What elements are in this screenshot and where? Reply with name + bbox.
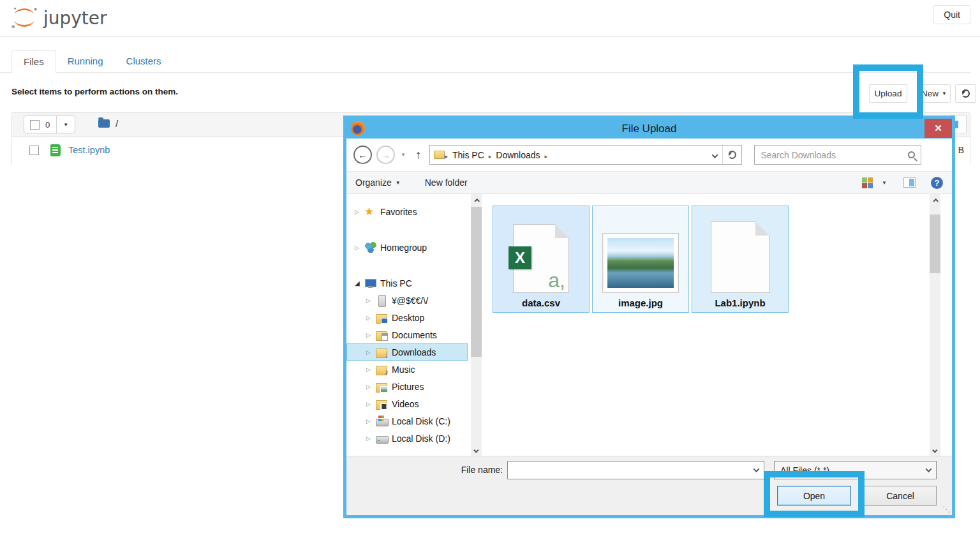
current-path[interactable]: / — [115, 118, 118, 129]
organize-button[interactable]: Organize ▼ — [355, 177, 401, 188]
sidebar-item-label: This PC — [380, 278, 412, 289]
expand-arrow-icon[interactable]: ▷ — [366, 315, 376, 321]
expand-arrow-icon[interactable]: ▷ — [366, 366, 376, 373]
tab-running[interactable]: Running — [56, 50, 115, 73]
expand-arrow-icon[interactable]: ▷ — [366, 332, 376, 338]
scroll-down-icon[interactable] — [930, 445, 940, 456]
sidebar-item-label: ¥@$€€/\/ — [392, 296, 428, 306]
view-mode-icon[interactable] — [862, 177, 873, 188]
sidebar-item-videos[interactable]: ▷Videos — [346, 395, 468, 412]
breadcrumb-item-downloads[interactable]: Downloads — [491, 150, 544, 160]
tree-scrollbar-thumb[interactable] — [471, 207, 482, 357]
sidebar-item-homegroup[interactable]: ▷Homegroup — [346, 239, 468, 256]
tab-clusters[interactable]: Clusters — [115, 50, 173, 73]
expand-arrow-icon[interactable]: ◢ — [355, 280, 364, 287]
sidebar-item-label: Downloads — [392, 347, 436, 357]
back-button[interactable]: ← — [353, 146, 372, 164]
dialog-nav-row: ← → ▼ ↑ ▸This PC▸Downloads▸ — [346, 139, 952, 171]
sidebar-item-label: Favorites — [380, 207, 417, 217]
expand-arrow-icon[interactable]: ▷ — [366, 418, 376, 424]
file-tile-image-jpg[interactable]: image.jpg — [592, 206, 689, 313]
file-name-combo[interactable] — [507, 461, 764, 479]
sidebar-item-local-disk-d[interactable]: ▷Local Disk (D:) — [346, 430, 468, 447]
scroll-up-icon[interactable] — [930, 194, 940, 205]
file-type-caret[interactable] — [921, 462, 936, 479]
search-input[interactable] — [761, 150, 908, 160]
expand-arrow-icon[interactable]: ▷ — [366, 297, 376, 304]
file-name-input[interactable] — [508, 462, 748, 479]
dialog-titlebar[interactable]: File Upload ✕ — [346, 119, 952, 139]
select-dropdown-caret[interactable]: ▼ — [56, 116, 75, 133]
sidebar-item-label: Videos — [392, 399, 419, 409]
scroll-up-icon[interactable] — [471, 194, 482, 205]
sidebar-item-label: Homegroup — [380, 243, 427, 253]
dialog-content: ▷Favorites▷Homegroup◢This PC▷¥@$€€/\/▷De… — [346, 194, 952, 456]
sidebar-item-label: Desktop — [392, 313, 424, 323]
tab-files[interactable]: Files — [11, 50, 56, 73]
sidebar-item-this-pc[interactable]: ◢This PC — [346, 274, 468, 292]
chevron-down-icon: ▼ — [63, 122, 68, 128]
new-dropdown-button[interactable]: New ▼ — [917, 84, 951, 103]
sidebar-item-label: Local Disk (C:) — [392, 416, 450, 426]
sidebar-item-favorites[interactable]: ▷Favorites — [346, 203, 468, 220]
sidebar-item-music[interactable]: ▷Music — [346, 361, 468, 378]
sidebar-item-local-disk-c[interactable]: ▷Local Disk (C:) — [346, 412, 468, 430]
expand-arrow-icon[interactable]: ▷ — [366, 349, 376, 356]
quit-button[interactable]: Quit — [933, 5, 970, 24]
refresh-button[interactable] — [955, 84, 976, 103]
homegroup-icon — [364, 242, 376, 253]
select-all-group[interactable]: 0 ▼ — [24, 116, 75, 133]
new-folder-button[interactable]: New folder — [425, 177, 468, 188]
folder-documents-icon — [376, 329, 388, 341]
address-dropdown-caret[interactable] — [708, 150, 722, 160]
file-type-select[interactable]: All Files (*.*) — [774, 461, 937, 479]
open-button[interactable]: Open — [777, 486, 851, 506]
folder-icon — [98, 119, 110, 128]
address-bar[interactable]: ▸This PC▸Downloads▸ — [429, 145, 742, 165]
address-refresh-button[interactable] — [722, 146, 741, 164]
sidebar-item-documents[interactable]: ▷Documents — [346, 326, 468, 343]
forward-button[interactable]: → — [376, 146, 395, 164]
jupyter-logo-text: jupyter — [43, 8, 107, 29]
scroll-down-icon[interactable] — [471, 445, 482, 456]
row-checkbox[interactable] — [29, 146, 39, 155]
upload-button-label: Upload — [875, 89, 902, 98]
files-scrollbar-thumb[interactable] — [930, 214, 940, 273]
help-icon[interactable]: ? — [931, 177, 943, 189]
sidebar-item-downloads[interactable]: ▷Downloads — [346, 343, 468, 361]
organize-label: Organize — [355, 177, 392, 188]
expand-arrow-icon[interactable]: ▷ — [366, 401, 376, 407]
cancel-button[interactable]: Cancel — [864, 486, 937, 506]
file-tile-data-csv[interactable]: Xa,data.csv — [493, 206, 590, 313]
file-name-caret[interactable] — [748, 462, 764, 479]
view-mode-caret[interactable]: ▼ — [882, 180, 887, 186]
expand-arrow-icon[interactable]: ▷ — [366, 384, 376, 390]
history-dropdown-caret[interactable]: ▼ — [399, 152, 407, 158]
preview-pane-icon[interactable] — [903, 177, 916, 188]
refresh-icon — [961, 89, 970, 98]
sidebar-item-pictures[interactable]: ▷Pictures — [346, 378, 468, 395]
file-type-value: All Files (*.*) — [780, 465, 829, 476]
expand-arrow-icon[interactable]: ▷ — [355, 244, 364, 251]
chevron-down-icon — [712, 152, 718, 158]
close-button[interactable]: ✕ — [924, 119, 952, 138]
files-scrollbar[interactable] — [930, 194, 940, 456]
expand-arrow-icon[interactable]: ▷ — [366, 435, 376, 442]
breadcrumb-item-this-pc[interactable]: This PC — [448, 150, 489, 160]
select-all-checkbox[interactable] — [30, 120, 40, 130]
expand-arrow-icon[interactable]: ▷ — [355, 209, 364, 215]
sidebar-item-desktop[interactable]: ▷Desktop — [346, 309, 468, 326]
tab-bar: FilesRunningClusters — [11, 50, 173, 73]
search-box[interactable] — [754, 145, 921, 165]
resize-grip[interactable]: ⋱ — [942, 505, 950, 514]
file-tile-label: data.csv — [522, 297, 560, 308]
tree-scrollbar[interactable] — [471, 194, 482, 456]
breadcrumb: ▸This PC▸Downloads▸ — [445, 150, 547, 160]
file-link[interactable]: Test.ipynb — [68, 145, 110, 155]
file-tile-lab1-ipynb[interactable]: Lab1.ipynb — [692, 206, 789, 313]
upload-button[interactable]: Upload — [869, 84, 907, 103]
dialog-title: File Upload — [622, 123, 677, 135]
sidebar-item-label: Music — [392, 364, 415, 375]
up-button[interactable]: ↑ — [412, 148, 426, 162]
sidebar-item-item[interactable]: ▷¥@$€€/\/ — [346, 292, 468, 309]
